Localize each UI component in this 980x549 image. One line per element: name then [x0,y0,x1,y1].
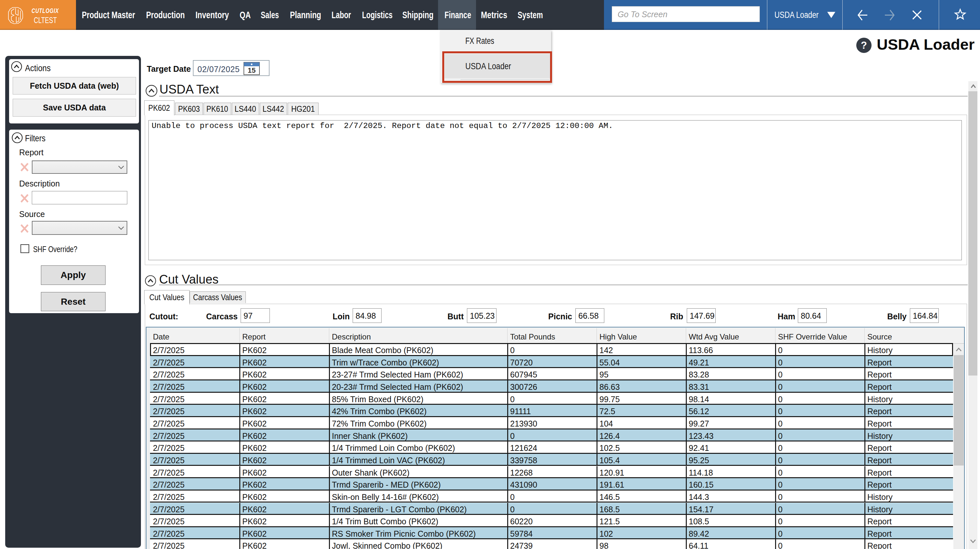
svg-text:15: 15 [248,66,256,74]
